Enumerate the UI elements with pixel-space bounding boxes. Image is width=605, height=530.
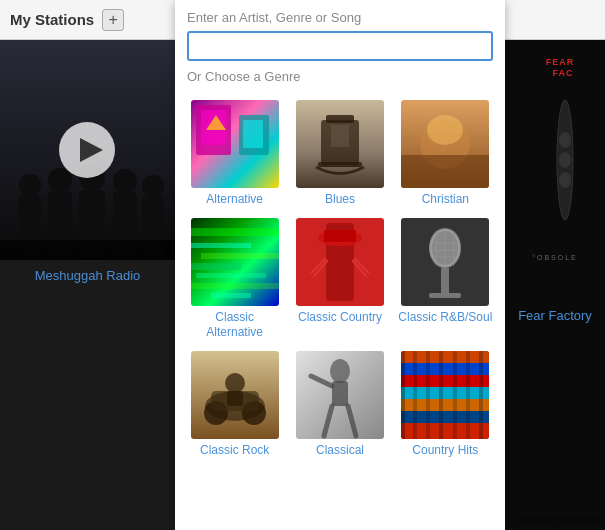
station-card-fearfactory[interactable]: FEAR FAC °OBSOLE Fear Factory	[505, 40, 605, 530]
genre-item-christian[interactable]: Christian	[398, 100, 493, 208]
svg-rect-42	[196, 273, 266, 278]
station-card-meshuggah[interactable]: Meshuggah Radio	[0, 40, 175, 530]
svg-rect-41	[191, 263, 241, 270]
svg-rect-83	[401, 351, 405, 439]
page-title: My Stations	[10, 11, 94, 28]
svg-rect-14	[505, 40, 605, 300]
svg-rect-26	[243, 120, 263, 148]
genre-item-classic-rb[interactable]: Classic R&B/Soul	[398, 218, 493, 341]
watermark: groovyPublishing	[516, 513, 600, 525]
svg-point-1	[19, 174, 41, 196]
genre-item-blues[interactable]: Blues	[292, 100, 387, 208]
genre-thumb-blues	[296, 100, 384, 188]
svg-point-20	[559, 172, 571, 188]
search-hint-text: Enter an Artist, Genre or Song	[187, 10, 493, 25]
genre-label-christian: Christian	[422, 192, 469, 208]
svg-rect-56	[429, 293, 461, 298]
genre-item-classic-rock[interactable]: Classic Rock	[187, 351, 282, 459]
genre-label-classic-country: Classic Country	[298, 310, 382, 326]
station-label-fearfactory[interactable]: Fear Factory	[505, 300, 605, 331]
genre-label-country-hits: Country Hits	[412, 443, 478, 459]
genre-item-classic-alternative[interactable]: Classic Alternative	[187, 218, 282, 341]
svg-rect-11	[0, 240, 175, 260]
svg-point-18	[559, 132, 571, 148]
svg-rect-32	[331, 125, 349, 147]
genre-thumb-classic-rock	[191, 351, 279, 439]
genre-thumb-classic-country	[296, 218, 384, 306]
svg-text:FEAR: FEAR	[546, 57, 575, 67]
svg-text:FAC: FAC	[553, 68, 574, 78]
svg-rect-89	[479, 351, 483, 439]
svg-rect-55	[441, 268, 449, 293]
svg-rect-31	[318, 162, 362, 167]
svg-point-9	[142, 175, 164, 197]
genre-item-classical[interactable]: Classical	[292, 351, 387, 459]
svg-rect-86	[439, 351, 443, 439]
svg-text:°OBSOLE: °OBSOLE	[532, 254, 578, 261]
search-input[interactable]	[187, 31, 493, 61]
genre-label-classic-rock: Classic Rock	[200, 443, 269, 459]
svg-rect-35	[401, 155, 489, 188]
svg-rect-73	[332, 381, 348, 406]
svg-rect-44	[211, 293, 251, 298]
svg-point-19	[559, 152, 571, 168]
svg-rect-85	[426, 351, 430, 439]
svg-rect-70	[227, 391, 243, 406]
genre-label-classical: Classical	[316, 443, 364, 459]
station-artwork-meshuggah	[0, 40, 175, 260]
genre-label-blues: Blues	[325, 192, 355, 208]
svg-rect-84	[413, 351, 417, 439]
genre-dropdown: Enter an Artist, Genre or Song Or Choose…	[175, 0, 505, 530]
svg-point-36	[427, 115, 463, 145]
svg-rect-40	[201, 253, 279, 259]
genre-label-classic-alternative: Classic Alternative	[187, 310, 282, 341]
genre-thumb-country-hits	[401, 351, 489, 439]
svg-rect-43	[191, 283, 279, 289]
genre-thumb-classic-alternative	[191, 218, 279, 306]
svg-rect-30	[326, 115, 354, 123]
svg-rect-87	[453, 351, 457, 439]
svg-point-69	[225, 373, 245, 393]
dropdown-header: Enter an Artist, Genre or Song Or Choose…	[175, 0, 505, 92]
genre-grid: Alternative	[187, 100, 493, 458]
genre-item-country-hits[interactable]: Country Hits	[398, 351, 493, 459]
station-artwork-fearfactory: FEAR FAC °OBSOLE	[505, 40, 605, 300]
genre-hint-text: Or Choose a Genre	[187, 69, 493, 84]
genre-thumb-classical	[296, 351, 384, 439]
genre-item-alternative[interactable]: Alternative	[187, 100, 282, 208]
genre-thumb-classic-rb	[401, 218, 489, 306]
genre-label-alternative: Alternative	[206, 192, 263, 208]
svg-rect-39	[191, 243, 251, 248]
genre-label-classic-rb: Classic R&B/Soul	[398, 310, 492, 326]
genre-thumb-christian	[401, 100, 489, 188]
svg-rect-88	[466, 351, 470, 439]
svg-point-7	[113, 169, 137, 193]
svg-rect-38	[191, 228, 279, 236]
genre-thumb-alternative	[191, 100, 279, 188]
genre-item-classic-country[interactable]: Classic Country	[292, 218, 387, 341]
svg-point-72	[330, 359, 350, 383]
svg-rect-52	[324, 230, 356, 242]
add-station-button[interactable]: +	[102, 9, 124, 31]
svg-point-3	[48, 168, 72, 192]
genre-grid-container[interactable]: Alternative	[175, 92, 505, 530]
station-label-meshuggah[interactable]: Meshuggah Radio	[0, 260, 175, 291]
